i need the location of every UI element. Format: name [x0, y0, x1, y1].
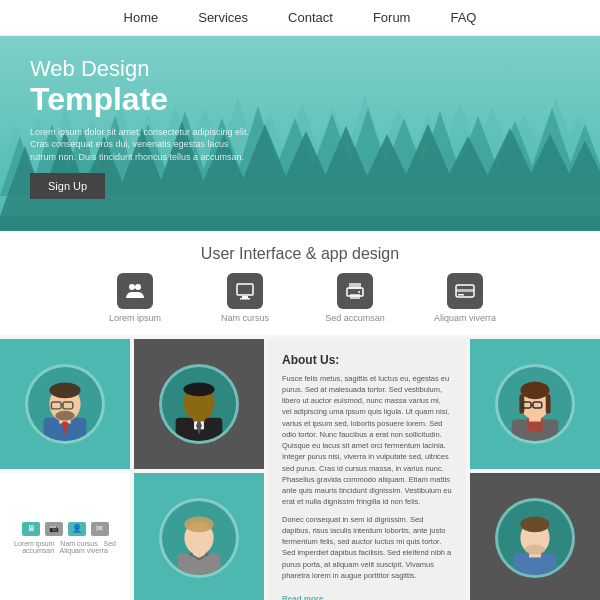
printer-icon	[337, 273, 373, 309]
ui-icon-3: Sed accumsan	[315, 273, 395, 325]
svg-point-75	[55, 411, 74, 421]
svg-point-103	[520, 516, 549, 532]
ui-icon-4: Aliquam viverra	[425, 273, 505, 325]
avatar-cell-1	[0, 339, 130, 469]
svg-point-82	[183, 382, 214, 396]
ui-icon-label-2: Nam cursus	[221, 313, 269, 325]
avatar-cell-5	[470, 473, 600, 600]
avatar-4	[159, 498, 239, 578]
nav-faq[interactable]: FAQ	[450, 10, 476, 25]
ui-icons-row: Lorem ipsum Nam cursus Sed	[20, 273, 580, 325]
hero-section: Web Design Template Lorem ipsum dolor si…	[0, 36, 600, 231]
svg-rect-61	[350, 294, 360, 299]
svg-point-54	[129, 284, 135, 290]
avatar-cell-3	[470, 339, 600, 469]
avatar-3	[495, 364, 575, 444]
ui-heading: User Interface & app design	[20, 245, 580, 263]
svg-rect-64	[456, 289, 474, 292]
svg-point-55	[135, 284, 141, 290]
hero-subtitle: Web Design	[30, 56, 250, 82]
ui-section: User Interface & app design Lorem ipsum	[0, 231, 600, 335]
ui-icon-2: Nam cursus	[205, 273, 285, 325]
card-icon	[447, 273, 483, 309]
bottom-icon-cell-1: 🖥 📷 👤 ✉ Lorem ipsum Nam cursus Sed accum…	[0, 473, 130, 600]
svg-point-98	[184, 516, 213, 532]
ui-icon-label-1: Lorem ipsum	[109, 313, 161, 325]
ui-icon-1: Lorem ipsum	[95, 273, 175, 325]
nav-forum[interactable]: Forum	[373, 10, 411, 25]
bottom-icon-camera: 📷	[45, 522, 63, 536]
people-icon	[117, 273, 153, 309]
avatar-cell-2	[134, 339, 264, 469]
svg-rect-53	[0, 216, 600, 231]
svg-rect-58	[240, 298, 250, 300]
avatar-2	[159, 364, 239, 444]
monitor-icon	[227, 273, 263, 309]
nav-home[interactable]: Home	[124, 10, 159, 25]
avatar-cell-4	[134, 473, 264, 600]
hero-body: Lorem ipsum dolor sit amet, consectetur …	[30, 126, 250, 164]
bottom-icons-row: 🖥 📷 👤 ✉	[22, 522, 109, 536]
bottom-icon-monitor: 🖥	[22, 522, 40, 536]
svg-point-62	[358, 291, 360, 293]
svg-rect-90	[546, 394, 551, 413]
about-us-cell: About Us: Fusce felis metus, sagittis et…	[268, 339, 466, 600]
ui-icon-label-3: Sed accumsan	[325, 313, 385, 325]
nav-contact[interactable]: Contact	[288, 10, 333, 25]
bottom-icon-mail: ✉	[91, 522, 109, 536]
hero-content: Web Design Template Lorem ipsum dolor si…	[30, 56, 250, 199]
navigation: Home Services Contact Forum FAQ	[0, 0, 600, 36]
bottom-icon-user: 👤	[68, 522, 86, 536]
svg-rect-65	[458, 294, 464, 296]
about-para1: Fusce felis metus, sagittis et luctus eu…	[282, 373, 452, 508]
read-more-link[interactable]: Read more	[282, 594, 323, 600]
svg-point-71	[49, 382, 80, 398]
about-heading: About Us:	[282, 353, 452, 367]
bottom-grid: About Us: Fusce felis metus, sagittis et…	[0, 339, 600, 600]
avatar-1	[25, 364, 105, 444]
hero-title: Template	[30, 82, 250, 117]
bottom-icon-labels: Lorem ipsum Nam cursus Sed accumsan Aliq…	[8, 540, 122, 554]
signup-button[interactable]: Sign Up	[30, 173, 105, 199]
svg-rect-57	[242, 296, 248, 298]
about-para2: Donec consequat in sem id dignissim. Sed…	[282, 514, 452, 582]
ui-icon-label-4: Aliquam viverra	[434, 313, 496, 325]
nav-services[interactable]: Services	[198, 10, 248, 25]
svg-point-88	[520, 381, 549, 399]
avatar-5	[495, 498, 575, 578]
svg-point-104	[524, 545, 545, 555]
svg-rect-56	[237, 284, 253, 295]
